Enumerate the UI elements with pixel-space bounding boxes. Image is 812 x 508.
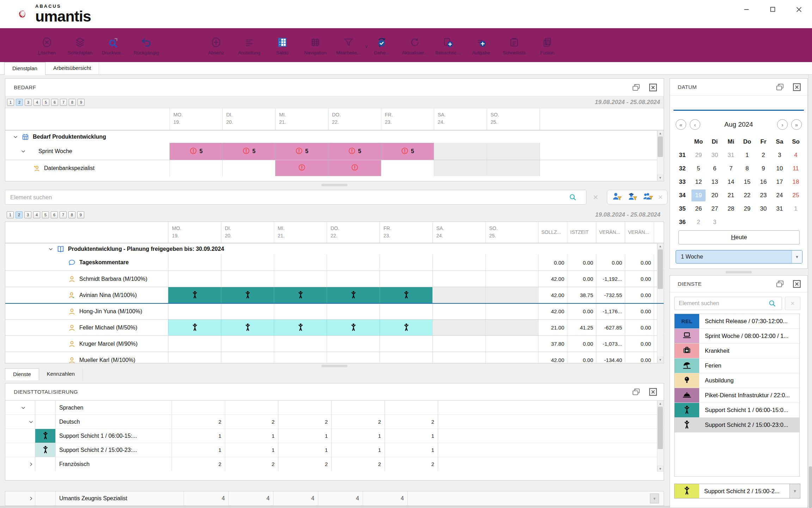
prev-month-button[interactable]: ‹ — [690, 119, 700, 130]
schedule-day-cell[interactable] — [432, 254, 485, 271]
maximize-button[interactable] — [766, 3, 780, 16]
calendar-day[interactable]: 3 — [707, 216, 723, 229]
schedule-day-cell[interactable] — [327, 303, 380, 319]
filter-button-3[interactable]: 3 — [25, 99, 32, 106]
scroll-thumb[interactable] — [658, 137, 663, 157]
schedule-day-cell[interactable] — [327, 287, 380, 303]
graduate-funnel-icon[interactable] — [627, 192, 638, 202]
schedule-day-cell[interactable] — [221, 336, 274, 352]
calendar-day[interactable]: 9 — [755, 162, 771, 175]
calendar-day[interactable]: 13 — [707, 175, 723, 189]
calendar-day[interactable]: 30 — [707, 149, 723, 162]
calendar-day[interactable]: 22 — [739, 189, 755, 202]
partial-table-row[interactable]: Umantis Zeugnis Spezialist44444 — [5, 491, 664, 506]
close-panel-icon[interactable] — [647, 82, 659, 93]
schedule-row-tageskommentare[interactable]: Tageskommentare0.000.000.000.00 — [5, 254, 664, 271]
schedule-day-cell[interactable] — [168, 303, 221, 319]
toolbar-item-fusion[interactable]: Fusion — [531, 35, 564, 55]
schedule-day-cell[interactable] — [485, 254, 538, 271]
toolbar-item-schnellista[interactable]: Schnellista — [498, 35, 531, 55]
toolbar-item-aufgabe[interactable]: Aufgabe — [465, 35, 498, 55]
schedule-row-hong-jin[interactable]: Hong-Jin Yuna (M/100%)42.000.00-1,176...… — [5, 303, 664, 319]
calendar-day[interactable]: 2 — [690, 216, 707, 229]
demand-day-cell[interactable]: 5 — [381, 143, 434, 160]
chevron-right-icon[interactable] — [29, 462, 33, 467]
calendar-day[interactable]: 10 — [771, 162, 788, 175]
calendar-day[interactable]: 7 — [723, 162, 739, 175]
filter-button-4[interactable]: 4 — [33, 211, 40, 218]
calendar-day[interactable]: 18 — [788, 175, 804, 189]
demand-row[interactable]: Datenbankspezialist — [5, 160, 664, 176]
scroll-down-icon[interactable]: ▼ — [650, 494, 659, 503]
schedule-day-cell[interactable] — [327, 254, 380, 271]
toolbar-item-rückgängig[interactable]: Rückgängig — [130, 35, 163, 55]
search-icon[interactable] — [568, 193, 577, 202]
chevron-down-icon[interactable]: ▼ — [789, 484, 800, 498]
schedule-day-cell[interactable] — [274, 336, 327, 352]
calendar-day[interactable]: 26 — [690, 202, 707, 216]
filter-button-1[interactable]: 1 — [7, 211, 14, 218]
demand-day-cell[interactable] — [170, 160, 222, 176]
calendar-day[interactable]: 15 — [739, 175, 755, 189]
schedule-day-cell[interactable] — [168, 287, 221, 303]
calendar-day[interactable]: 8 — [739, 162, 755, 175]
toolbar-item-aktualisier[interactable]: Aktualisier... — [398, 35, 431, 55]
calendar-day[interactable]: 4 — [788, 149, 804, 162]
filter-button-7[interactable]: 7 — [60, 211, 67, 218]
schedule-row-kruger[interactable]: Kruger Marcel (M/90%)37.800.00-1,073...0… — [5, 335, 664, 352]
next-year-button[interactable]: » — [791, 119, 802, 130]
dienst-item[interactable]: Piket-Dienst Infrastruktur / 22:0... — [675, 388, 799, 403]
toolbar-item-saldo[interactable]: Saldo — [266, 35, 299, 55]
toolbar-item-gehe[interactable]: Gehe... — [365, 35, 398, 55]
schedule-row-mueller[interactable]: Mueller Karl (M/100%)42.000.00-134.400.0… — [5, 352, 664, 363]
demand-day-cell[interactable] — [434, 143, 487, 160]
demand-day-cell[interactable] — [487, 143, 540, 160]
schedule-day-cell[interactable] — [432, 352, 485, 363]
tab-arbeitsübersicht[interactable]: Arbeitsübersicht — [45, 62, 99, 75]
calendar-day[interactable]: 3 — [771, 149, 788, 162]
toolbar-item-schichtplan[interactable]: Schichtplan — [63, 35, 97, 55]
schedule-day-cell[interactable] — [485, 320, 538, 335]
schedule-day-cell[interactable] — [221, 320, 274, 335]
schedule-day-cell[interactable] — [485, 352, 538, 363]
filter-button-6[interactable]: 6 — [51, 99, 58, 106]
schedule-day-cell[interactable] — [380, 320, 432, 335]
schedule-day-cell[interactable] — [327, 336, 380, 352]
schedule-day-cell[interactable] — [221, 303, 274, 319]
filter-button-7[interactable]: 7 — [60, 99, 67, 106]
scroll-down-icon[interactable]: ▼ — [657, 466, 663, 472]
calendar-selected-day[interactable]: 19 — [691, 189, 706, 201]
totals-row[interactable]: Support Schicht 1 / 06:00-15:...11111 — [5, 429, 664, 443]
filter-button-2[interactable]: 2 — [16, 99, 23, 106]
calendar-day[interactable]: 14 — [723, 175, 739, 189]
totals-row[interactable]: Französisch22222 — [5, 457, 664, 471]
close-button[interactable] — [792, 3, 806, 16]
search-icon[interactable] — [768, 299, 776, 308]
scroll-thumb[interactable] — [658, 407, 663, 449]
tab-kennzahlen[interactable]: Kennzahlen — [39, 368, 83, 380]
toolbar-item-absenz[interactable]: Absenz — [199, 35, 233, 55]
calendar-day[interactable]: 5 — [690, 162, 707, 175]
chevron-down-icon[interactable] — [29, 419, 33, 424]
toolbar-item-navigation[interactable]: Navigation — [299, 35, 332, 55]
scroll-up-icon[interactable]: ▲ — [657, 130, 663, 136]
element-search-input[interactable] — [5, 190, 586, 205]
totals-row[interactable]: Deutsch22222 — [5, 415, 664, 429]
demand-day-cell[interactable]: 5 — [328, 143, 381, 160]
calendar-day[interactable]: 27 — [707, 202, 723, 216]
scroll-down-icon[interactable]: ▼ — [657, 357, 663, 363]
schedule-day-cell[interactable] — [432, 271, 485, 287]
filter-button-3[interactable]: 3 — [24, 211, 31, 218]
calendar-day[interactable]: 29 — [739, 202, 755, 216]
filter-button-9[interactable]: 9 — [77, 211, 84, 218]
calendar-day[interactable]: 1 — [739, 149, 755, 162]
dienst-item[interactable]: RELSchicht Release / 07:30-12:00... — [675, 314, 799, 329]
filter-button-1[interactable]: 1 — [7, 99, 14, 106]
calendar-day[interactable]: 31 — [723, 149, 739, 162]
tab-dienstplan[interactable]: Dienstplan — [4, 62, 45, 75]
calendar-day[interactable]: 28 — [723, 202, 739, 216]
toolbar-item-druckvor[interactable]: Druckvor... — [97, 35, 130, 55]
totals-row[interactable]: Sprachen — [5, 400, 664, 415]
group-funnel-icon[interactable] — [642, 192, 654, 202]
next-month-button[interactable]: › — [777, 119, 788, 130]
